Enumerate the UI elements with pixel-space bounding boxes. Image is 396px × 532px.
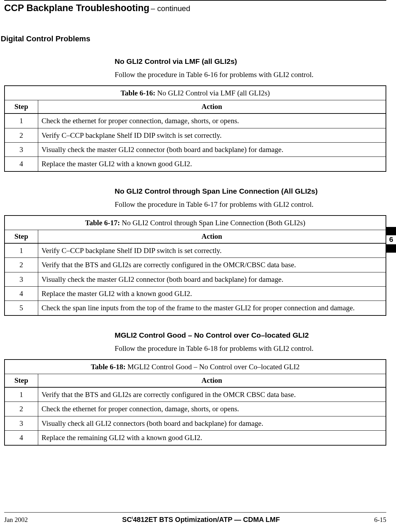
sub-heading-3: MGLI2 Control Good – No Control over Co–…: [115, 331, 386, 339]
table-6-18: Table 6-18: MGLI2 Control Good – No Cont…: [4, 359, 386, 446]
table-label: Table 6-18:: [91, 363, 125, 371]
table-caption: Table 6-17: No GLI2 Control through Span…: [5, 216, 386, 230]
side-tab-marker: [386, 244, 396, 253]
table-row: 2Check the ethernet for proper connectio…: [5, 402, 386, 416]
col-step: Step: [5, 374, 38, 388]
table-title: MGLI2 Control Good – No Control over Co–…: [126, 363, 300, 371]
header-continued: – continued: [151, 4, 190, 13]
table-row: 1Check the ethernet for proper connectio…: [5, 113, 386, 128]
sub-paragraph-1: Follow the procedure in Table 6-16 for p…: [115, 70, 386, 79]
header-title: CCP Backplane Troubleshooting: [4, 3, 149, 13]
table-6-17: Table 6-17: No GLI2 Control through Span…: [4, 215, 386, 316]
table-row: 3Visually check the master GLI2 connecto…: [5, 143, 386, 157]
side-tab-marker: [386, 227, 396, 235]
table-caption: Table 6-16: No GLI2 Control via LMF (all…: [5, 86, 386, 100]
table-row: 5Check the span line inputs from the top…: [5, 301, 386, 315]
table-title: No GLI2 Control via LMF (all GLI2s): [155, 89, 270, 97]
table-row: 4Replace the master GLI2 with a known go…: [5, 287, 386, 301]
col-action: Action: [38, 230, 386, 244]
table-row: 3Visually check the master GLI2 connecto…: [5, 272, 386, 286]
table-row: 2Verify C–CCP backplane Shelf ID DIP swi…: [5, 128, 386, 142]
col-step: Step: [5, 100, 38, 114]
table-caption: Table 6-18: MGLI2 Control Good – No Cont…: [5, 360, 386, 374]
page-footer: Jan 2002 SCt4812ET BTS Optimization/ATP …: [4, 516, 386, 524]
table-row: 1Verify C–CCP backplane Shelf ID DIP swi…: [5, 243, 386, 258]
table-row: 1Verify that the BTS and GLI2s are corre…: [5, 387, 386, 402]
col-action: Action: [38, 100, 386, 114]
table-6-16: Table 6-16: No GLI2 Control via LMF (all…: [4, 85, 386, 172]
section-heading: Digital Control Problems: [1, 34, 386, 43]
footer-title: SCt4812ET BTS Optimization/ATP — CDMA LM…: [28, 516, 374, 524]
table-row: 3Visually check all GLI2 connectors (bot…: [5, 416, 386, 430]
footer-page-number: 6-15: [374, 516, 386, 524]
table-row: 4Replace the remaining GLI2 with a known…: [5, 431, 386, 445]
col-action: Action: [38, 374, 386, 388]
footer-date: Jan 2002: [4, 516, 28, 524]
col-step: Step: [5, 230, 38, 244]
table-row: 2Verify that the BTS and GLI2s are corre…: [5, 258, 386, 272]
sub-heading-1: No GLI2 Control via LMF (all GLI2s): [115, 57, 386, 66]
page-header: CCP Backplane Troubleshooting – continue…: [4, 3, 386, 14]
sub-paragraph-3: Follow the procedure in Table 6-18 for p…: [115, 344, 386, 353]
side-tab-number: 6: [388, 235, 395, 244]
table-title: No GLI2 Control through Span Line Connec…: [120, 219, 305, 227]
table-row: 4Replace the master GLI2 with a known go…: [5, 157, 386, 171]
sub-heading-2: No GLI2 Control through Span Line Connec…: [115, 187, 386, 195]
table-label: Table 6-17:: [85, 219, 120, 227]
table-label: Table 6-16:: [121, 89, 155, 97]
sub-paragraph-2: Follow the procedure in Table 6-17 for p…: [115, 200, 386, 209]
